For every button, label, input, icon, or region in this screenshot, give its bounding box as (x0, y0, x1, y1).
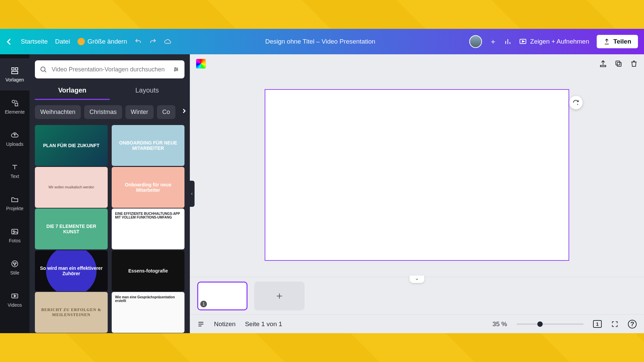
file-menu[interactable]: Datei (55, 38, 70, 45)
svg-rect-7 (12, 229, 18, 234)
filter-chips: Weihnachten Christmas Winter Co (30, 100, 190, 122)
undo-button[interactable] (135, 38, 142, 45)
text-icon (10, 163, 19, 172)
rail-videos[interactable]: Videos (0, 284, 30, 316)
document-title[interactable]: Design ohne Titel – Video Presentation (179, 38, 462, 45)
redo-button[interactable] (149, 38, 157, 45)
svg-point-9 (12, 261, 18, 267)
tab-templates[interactable]: Vorlagen (35, 82, 110, 100)
rail-label: Elemente (5, 109, 24, 115)
insights-button[interactable] (504, 38, 512, 45)
svg-point-16 (175, 68, 176, 69)
template-search[interactable] (35, 60, 184, 78)
canvas-stage[interactable] (190, 73, 644, 277)
templates-icon (10, 66, 19, 75)
template-card[interactable]: Onboarding für neue Mitarbeiter (112, 167, 184, 208)
export-icon[interactable] (599, 60, 607, 68)
template-card[interactable]: ONBOARDING FÜR NEUE MITARBEITER (112, 125, 184, 166)
share-button[interactable]: Teilen (597, 35, 638, 48)
avatar[interactable] (469, 35, 482, 48)
notes-icon[interactable] (197, 320, 205, 328)
svg-marker-14 (14, 295, 16, 297)
rail-elements[interactable]: Elemente (0, 90, 30, 123)
canvas-page[interactable] (265, 89, 569, 261)
page-number-badge: 1 (200, 301, 207, 307)
zoom-knob[interactable] (537, 321, 543, 327)
template-card[interactable]: EINE EFFIZIENTE BUCHHALTUNGS-APP MIT VOL… (112, 208, 184, 249)
page-expand-button[interactable] (410, 276, 424, 283)
canvas-toolbar (190, 54, 644, 73)
rail-label: Projekte (6, 206, 23, 211)
template-card[interactable]: BERICHT ZU ERFOLGEN & MEILENSTEINEN (35, 292, 108, 333)
svg-rect-6 (15, 103, 18, 106)
footer-bar: Notizen Seite 1 von 1 35 % 1 ? (190, 314, 644, 333)
page-indicator: Seite 1 von 1 (245, 320, 282, 328)
fullscreen-button[interactable] (611, 320, 619, 328)
add-collaborator-button[interactable]: ＋ (489, 37, 497, 47)
rail-projects[interactable]: Projekte (0, 187, 30, 219)
resize-button[interactable]: Größe ändern (77, 38, 127, 45)
template-card[interactable]: So wird man ein effektiverer Zuhörer (35, 250, 108, 291)
refresh-fab[interactable] (569, 96, 583, 109)
add-page-button[interactable]: ＋ (254, 282, 305, 310)
duplicate-icon[interactable] (614, 60, 623, 68)
color-picker-button[interactable] (196, 59, 206, 69)
svg-point-18 (174, 70, 175, 71)
svg-point-11 (15, 263, 16, 264)
svg-rect-4 (12, 71, 18, 74)
videos-icon (10, 292, 19, 300)
templates-panel: Vorlagen Layouts Weihnachten Christmas W… (30, 54, 190, 333)
search-input[interactable] (51, 66, 168, 73)
svg-point-12 (14, 264, 15, 265)
chip[interactable]: Co (157, 105, 175, 119)
rail-uploads[interactable]: Uploads (0, 123, 30, 155)
zoom-percent[interactable]: 35 % (492, 320, 507, 328)
delete-icon[interactable] (630, 60, 638, 68)
app-window: Startseite Datei Größe ändern Design ohn… (0, 29, 644, 333)
present-record-button[interactable]: Zeigen + Aufnehmen (519, 38, 589, 46)
home-button[interactable]: Startseite (21, 38, 48, 45)
back-icon[interactable] (6, 38, 13, 45)
rail-label: Fotos (9, 238, 20, 243)
resize-label: Größe ändern (88, 38, 127, 45)
grid-view-button[interactable]: 1 (593, 320, 602, 328)
template-card[interactable]: PLAN FÜR DIE ZUKUNFT (35, 125, 108, 166)
tab-layouts[interactable]: Layouts (110, 82, 184, 100)
chip[interactable]: Weihnachten (35, 105, 81, 119)
page-thumbnail[interactable]: 1 (197, 282, 248, 310)
chips-scroll-right[interactable] (180, 107, 188, 115)
rail-photos[interactable]: Fotos (0, 219, 30, 251)
help-button[interactable]: ? (628, 320, 637, 328)
elements-icon (10, 99, 19, 107)
zoom-slider[interactable] (517, 323, 584, 325)
topbar: Startseite Datei Größe ändern Design ohn… (0, 29, 644, 54)
svg-rect-2 (12, 68, 14, 70)
rail-text[interactable]: Text (0, 155, 30, 187)
rail-label: Uploads (6, 141, 23, 147)
svg-rect-3 (15, 68, 18, 70)
notes-button[interactable]: Notizen (214, 320, 235, 328)
template-card[interactable]: Wie man eine Gesprächspräsentation erste… (112, 292, 184, 333)
rail-label: Text (10, 174, 19, 179)
photos-icon (10, 227, 19, 236)
cloud-sync-icon[interactable] (164, 38, 171, 45)
canvas-area: 1 ＋ Notizen Seite 1 von 1 35 % 1 ? (190, 54, 644, 333)
svg-point-17 (177, 69, 178, 70)
template-grid: PLAN FÜR DIE ZUKUNFTONBOARDING FÜR NEUE … (30, 122, 190, 333)
svg-rect-21 (616, 61, 620, 65)
rail-label: Videos (8, 302, 22, 308)
rail-styles[interactable]: Stile (0, 251, 30, 284)
side-rail: Vorlagen Elemente Uploads Text Projekte … (0, 54, 30, 333)
chip[interactable]: Winter (125, 105, 154, 119)
present-label: Zeigen + Aufnehmen (530, 38, 589, 45)
rail-label: Stile (10, 270, 19, 276)
svg-point-5 (12, 100, 15, 103)
svg-point-8 (13, 231, 14, 232)
template-card[interactable]: DIE 7 ELEMENTE DER KUNST (35, 208, 108, 249)
template-card[interactable]: Essens-fotografie (112, 250, 184, 291)
search-filters-icon[interactable] (172, 66, 180, 72)
rail-templates[interactable]: Vorlagen (0, 58, 30, 90)
template-card[interactable]: Wir wollen musikalisch werden (35, 167, 108, 208)
chip[interactable]: Christmas (84, 105, 122, 119)
share-label: Teilen (613, 38, 632, 45)
